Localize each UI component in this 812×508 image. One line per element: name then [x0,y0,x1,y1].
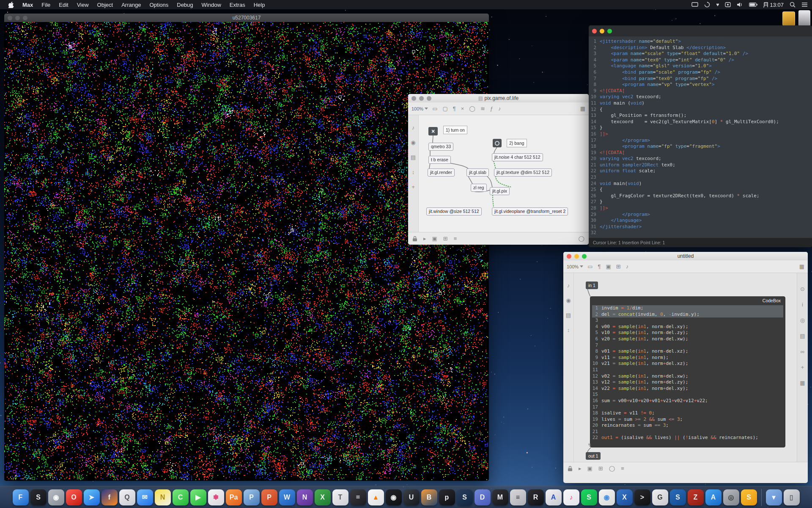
codebox-object[interactable]: CodeBox 1invdim = 1/dim;2del = concat(in… [590,296,785,447]
dock-icon-terminal[interactable]: > [634,489,650,505]
code-line[interactable]: 11void main (void) [589,100,812,107]
dock-icon-mail[interactable]: ✉ [137,489,153,505]
help-icon[interactable]: ◯ [578,235,584,242]
object-box-icon[interactable]: ▭ [587,263,593,270]
battery-icon[interactable] [749,3,757,7]
shortcuts-icon[interactable] [725,2,731,7]
code-line[interactable]: 29 </program> [589,212,812,218]
codebox-code-editor[interactable]: 1invdim = 1/dim;2del = concat(invdim, 0,… [590,304,785,441]
comment-icon[interactable]: ¶ [598,263,601,270]
codebox-edit-icon[interactable]: ↯ [588,442,592,448]
code-line[interactable]: 10varying vec2 texcoord; [589,94,812,100]
link-icon[interactable]: ∞ [801,348,804,355]
spotlight-icon[interactable] [790,2,796,8]
flonum-icon[interactable]: ≋ [480,105,485,112]
close-button[interactable] [567,254,571,259]
patcher-canvas[interactable]: ♪◉▤↕+ × 1) turn on qmetro 33 t b erase [408,115,589,232]
patcher-titlebar[interactable]: ▤ pix.game.of.life [408,94,589,102]
dock-icon-quicktime[interactable]: Q [119,489,135,505]
audio-on-icon[interactable]: ♪ [412,124,415,131]
code-line[interactable]: 25{ [589,187,812,193]
code-line[interactable]: 13 gl_Position = ftransform(); [589,113,812,119]
dock-icon-firefox[interactable]: f [102,489,118,505]
code-line[interactable]: 9<![CDATA[ [589,88,812,94]
code-line[interactable]: 15 [592,392,783,398]
minimize-button[interactable] [419,96,424,101]
code-line[interactable]: 22out1 = (isalive && lives) || (!isalive… [592,435,783,441]
object-box-slab[interactable]: jit.gl.slab [466,168,489,177]
menu-item-file[interactable]: File [37,2,55,8]
object-box-noise[interactable]: jit.noise 4 char 512 512 [492,153,543,161]
comment-icon[interactable]: ¶ [453,105,456,112]
toggle-icon[interactable]: × [461,105,464,112]
dock-icon-itunes[interactable]: ♪ [563,489,579,505]
code-line[interactable]: 1<jittershader name="default"> [589,39,812,45]
inspector-icon[interactable]: ≡ [621,465,624,472]
browser-icon[interactable]: ▤ [566,312,571,318]
info-icon[interactable]: i [802,301,803,308]
code-line[interactable]: 10v21 = sample(in1, norm+del.xz); [592,361,783,367]
object-box-icon[interactable]: ▭ [432,105,437,112]
code-line[interactable]: 6 <bind param="scale" program="fp" /> [589,69,812,76]
codebox-canvas[interactable]: ♪◉▤↕ ⊙i◎▤∞+▦ in 1 CodeBox 1invdim = 1/di… [563,273,808,462]
code-line[interactable]: 31</jittershader> [589,224,812,230]
lock-icon[interactable] [568,466,573,472]
menu-item-app[interactable]: Max [18,2,37,8]
dock-icon-siri[interactable]: S [30,489,47,505]
code-line[interactable]: 14 texcoord = vec2(gl_TextureMatrix[0] *… [589,119,812,125]
code-line[interactable]: 12v02 = sample(in1, norm+del.xw); [592,373,783,380]
audio-icon[interactable]: ♪ [626,263,629,270]
code-line[interactable]: 5v10 = sample(in1, norm-del.zy); [592,330,783,336]
zoom-button[interactable] [23,16,27,20]
dock-icon-ableton[interactable]: ≡ [510,489,526,505]
add-icon[interactable]: + [801,364,804,370]
notification-center-icon[interactable] [801,2,808,7]
menu-item-debug[interactable]: Debug [173,2,197,8]
snippets-grid-icon[interactable]: ▦ [580,105,585,112]
code-line[interactable]: 24void main(void) [589,181,812,187]
code-line[interactable]: 16]]> [589,131,812,138]
browser-icon[interactable]: ▤ [411,154,416,160]
code-line[interactable]: 8v01 = sample(in1, norm-del.xz); [592,348,783,355]
menu-item-arrange[interactable]: Arrange [117,2,145,8]
dock-icon-processing[interactable]: p [439,489,455,505]
object-box-render[interactable]: jit.gl.render [428,168,455,177]
dock-icon-chrome[interactable]: ◉ [599,489,615,505]
dock-icon-audacity[interactable]: A [546,489,562,505]
code-line[interactable]: 17 [592,404,783,411]
comment-box[interactable]: 1) turn on [443,126,467,134]
code-line[interactable]: 32 [589,230,812,236]
dock-icon-powerpoint[interactable]: P [261,489,277,505]
dock-icon-trash[interactable]: ▯ [784,489,800,505]
dock-icon-sketch[interactable]: S [741,489,757,505]
code-line[interactable]: 1invdim = 1/dim; [592,305,783,312]
object-box-pix[interactable]: jit.gl.pix [490,187,510,195]
code-line[interactable]: 2 <description> Default Slab </descripti… [589,45,812,51]
gen-inlet-box[interactable]: in 1 [586,282,598,289]
object-box-texture[interactable]: jit.gl.texture @dim 512 512 [494,168,552,177]
minimize-button[interactable] [574,254,579,259]
minimize-button[interactable] [15,16,20,20]
heart-icon[interactable]: ♥ [716,2,719,8]
code-line[interactable]: 13v12 = sample(in1, norm+del.zy); [592,379,783,386]
code-line[interactable]: 19<![CDATA[ [589,150,812,156]
dock-icon-blender[interactable]: B [421,489,437,505]
code-line[interactable]: 19lives = sum >= 2 && sum <= 3; [592,417,783,423]
close-button[interactable] [592,29,597,33]
dock-icon-onenote[interactable]: N [297,489,313,505]
code-line[interactable]: 20varying vec2 texcoord; [589,156,812,162]
dock-icon-github[interactable]: G [652,489,668,505]
code-line[interactable]: 3 [592,318,783,324]
object-box-window[interactable]: jit.window @size 512 512 [426,207,482,215]
menu-item-view[interactable]: View [73,2,93,8]
dock-icon-sourcetree[interactable]: S [670,489,686,505]
grid-icon[interactable]: ⊞ [598,465,603,472]
dock-icon-discord[interactable]: D [475,489,491,505]
code-line[interactable]: 7 [592,342,783,349]
code-line[interactable]: 6v20 = sample(in1, norm-del.xw); [592,336,783,342]
code-line[interactable]: 4 <param name="tex0" type="int" default=… [589,57,812,64]
code-line[interactable]: 23 [589,174,812,181]
dock-icon-filezilla[interactable]: Z [688,489,704,505]
shader-code-editor[interactable]: 1<jittershader name="default">2 <descrip… [589,36,812,238]
code-line[interactable]: 20reincarnates = sum == 3; [592,422,783,429]
